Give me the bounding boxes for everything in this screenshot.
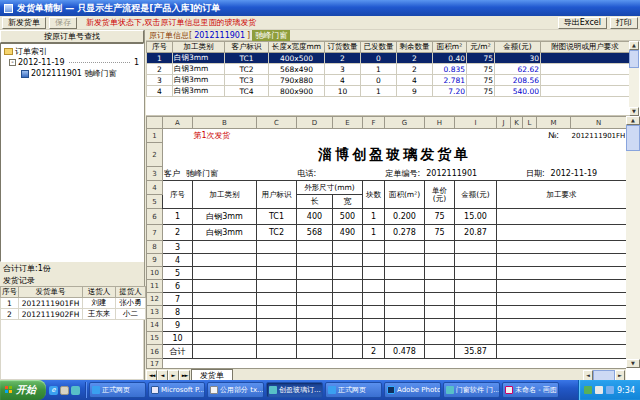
save-button[interactable]: 保存 bbox=[49, 17, 77, 29]
scroll-up-icon[interactable] bbox=[626, 116, 640, 125]
scroll-up-icon[interactable] bbox=[629, 41, 639, 50]
sheet-empty-row[interactable]: 116 bbox=[147, 280, 627, 293]
row-number[interactable]: 16 bbox=[147, 345, 163, 359]
col-letter[interactable]: J bbox=[497, 117, 511, 129]
col-letter[interactable]: B bbox=[193, 117, 257, 129]
record-row[interactable]: 1 2012111901FH 刘建 张小勇 bbox=[1, 298, 146, 309]
row-number[interactable]: 1 bbox=[147, 129, 163, 143]
order-row-selected[interactable]: 1 白钢3mm TC1 400x500 2 0 2 0.40 75 30 bbox=[147, 53, 630, 64]
col-letter[interactable]: D bbox=[297, 117, 333, 129]
delivery-sequence-cell[interactable]: 第1次发货 bbox=[193, 129, 297, 143]
tree-date-node[interactable]: 2012-11-19 1 bbox=[1, 57, 143, 68]
row-number[interactable]: 13 bbox=[147, 306, 163, 319]
scroll-right-icon[interactable] bbox=[615, 370, 625, 381]
task-button[interactable]: Microsoft P... bbox=[148, 382, 205, 398]
col-letter[interactable]: K bbox=[511, 117, 523, 129]
task-button[interactable]: 正式网页 bbox=[325, 382, 382, 398]
col-letter[interactable]: A bbox=[163, 117, 193, 129]
row-number[interactable]: 12 bbox=[147, 293, 163, 306]
note-no-value[interactable]: 2012111901FH bbox=[571, 129, 627, 143]
row-number[interactable]: 9 bbox=[147, 254, 163, 267]
total-area[interactable]: 0.478 bbox=[385, 345, 425, 359]
order-no-cell[interactable]: 定单编号:2012111901 bbox=[385, 167, 497, 181]
col-letter[interactable]: C bbox=[257, 117, 297, 129]
task-button[interactable]: 门窗软件 门... bbox=[443, 382, 500, 398]
quicklaunch-browser-icon[interactable] bbox=[49, 386, 58, 395]
sheet-title[interactable]: 淄博创盈玻璃发货单 bbox=[163, 143, 627, 167]
sheet-data-row[interactable]: 6 1 白钢3mm TC1 400 500 1 0.200 75 15.00 bbox=[147, 209, 627, 225]
sheet-vertical-scrollbar[interactable] bbox=[626, 116, 640, 368]
scroll-down-icon[interactable] bbox=[626, 359, 640, 368]
col-letter[interactable]: E bbox=[333, 117, 363, 129]
row-number[interactable]: 3 bbox=[147, 167, 163, 181]
sheet-nav-prev-icon[interactable] bbox=[157, 370, 168, 381]
print-button[interactable]: 打印 bbox=[610, 17, 638, 29]
row-number[interactable]: 2 bbox=[147, 143, 163, 167]
note-no-label[interactable]: №: bbox=[537, 129, 571, 143]
col-letter[interactable]: I bbox=[455, 117, 497, 129]
col-letter[interactable]: H bbox=[425, 117, 455, 129]
sheet-horizontal-scrollbar[interactable] bbox=[583, 370, 625, 381]
task-button[interactable]: 公用部分 tx... bbox=[207, 382, 264, 398]
sheet-empty-row[interactable]: 1510 bbox=[147, 332, 627, 345]
col-letter[interactable]: L bbox=[523, 117, 537, 129]
row-number[interactable]: 14 bbox=[147, 319, 163, 332]
scrollbar-thumb[interactable] bbox=[629, 50, 639, 68]
phone-cell[interactable]: 电话: bbox=[297, 167, 385, 181]
row-number[interactable]: 6 bbox=[147, 209, 163, 225]
sheet-empty-row[interactable]: 138 bbox=[147, 306, 627, 319]
scrollbar-thumb[interactable] bbox=[593, 370, 615, 381]
order-row[interactable]: 4 白钢3mm TC4 800x900 10 1 9 7.20 75 540.0… bbox=[147, 86, 630, 97]
sheet-nav-last-icon[interactable] bbox=[179, 370, 190, 381]
task-button-active[interactable]: 创盈玻璃订... bbox=[266, 382, 323, 398]
task-button[interactable]: 正式网页 bbox=[89, 382, 146, 398]
sheet-empty-row[interactable]: 94 bbox=[147, 254, 627, 267]
collapse-icon[interactable] bbox=[9, 59, 16, 66]
task-button[interactable]: Adobe Photo... bbox=[384, 382, 441, 398]
row-number[interactable]: 11 bbox=[147, 280, 163, 293]
scroll-left-icon[interactable] bbox=[583, 370, 593, 381]
sheet-nav-next-icon[interactable] bbox=[168, 370, 179, 381]
order-row[interactable]: 2 白钢3mm TC2 568x490 3 1 2 0.835 75 62.62 bbox=[147, 64, 630, 75]
sheet-empty-row[interactable]: 149 bbox=[147, 319, 627, 332]
total-pieces[interactable]: 2 bbox=[363, 345, 385, 359]
total-label[interactable]: 合计 bbox=[163, 345, 193, 359]
row-number[interactable]: 15 bbox=[147, 332, 163, 345]
tray-network-icon[interactable] bbox=[606, 386, 614, 394]
sheet-total-row[interactable]: 16 合计 2 0.478 35.87 bbox=[147, 345, 627, 359]
sheet-data-row[interactable]: 7 2 白钢3mm TC2 568 490 1 0.278 75 20.87 bbox=[147, 225, 627, 241]
col-letter[interactable]: G bbox=[385, 117, 425, 129]
export-excel-button[interactable]: 导出Excel bbox=[558, 17, 607, 29]
customer-cell[interactable]: 客户驰峰门窗 bbox=[163, 167, 297, 181]
tree-order-node[interactable]: 2012111901 驰峰门窗 bbox=[1, 68, 143, 79]
scrollbar-thumb[interactable] bbox=[626, 125, 640, 151]
col-letter[interactable]: F bbox=[363, 117, 385, 129]
row-number[interactable]: 17 bbox=[147, 359, 163, 369]
col-letter[interactable]: M bbox=[537, 117, 571, 129]
row-number[interactable]: 8 bbox=[147, 241, 163, 254]
sheet-tab-delivery[interactable]: 发货单 bbox=[191, 369, 233, 380]
sheet-empty-row[interactable]: 105 bbox=[147, 267, 627, 280]
start-button[interactable]: 开始 bbox=[0, 380, 46, 400]
scroll-down-icon[interactable] bbox=[629, 107, 639, 116]
sheet-nav-first-icon[interactable] bbox=[146, 370, 157, 381]
select-all-corner[interactable] bbox=[147, 117, 163, 129]
record-row[interactable]: 2 2012111902FH 王东来 小二 bbox=[1, 309, 146, 320]
total-amount[interactable]: 35.87 bbox=[455, 345, 497, 359]
row-number[interactable]: 4 bbox=[147, 181, 163, 195]
tray-security-icon[interactable] bbox=[584, 386, 592, 394]
row-number[interactable]: 7 bbox=[147, 225, 163, 241]
row-number[interactable]: 5 bbox=[147, 195, 163, 209]
row-number[interactable]: 10 bbox=[147, 267, 163, 280]
new-delivery-button[interactable]: 新发货单 bbox=[2, 17, 46, 29]
order-grid-scrollbar[interactable] bbox=[629, 41, 639, 116]
quicklaunch-app-icon[interactable] bbox=[71, 386, 80, 395]
sheet-empty-row[interactable]: 127 bbox=[147, 293, 627, 306]
quicklaunch-show-desktop-icon[interactable] bbox=[60, 386, 69, 395]
task-button[interactable]: 未命名 - 画图 bbox=[502, 382, 559, 398]
order-row[interactable]: 3 白钢3mm TC3 790x880 4 0 4 2.781 75 208.5… bbox=[147, 75, 630, 86]
tray-volume-icon[interactable] bbox=[595, 386, 603, 394]
search-by-order-header[interactable]: 按原订单号查找 bbox=[0, 30, 144, 43]
date-cell[interactable]: 日期:2012-11-19 bbox=[497, 167, 627, 181]
original-order-tab[interactable]: 原订单信息[ 2012111901 ] 驰峰门窗 bbox=[146, 30, 640, 41]
